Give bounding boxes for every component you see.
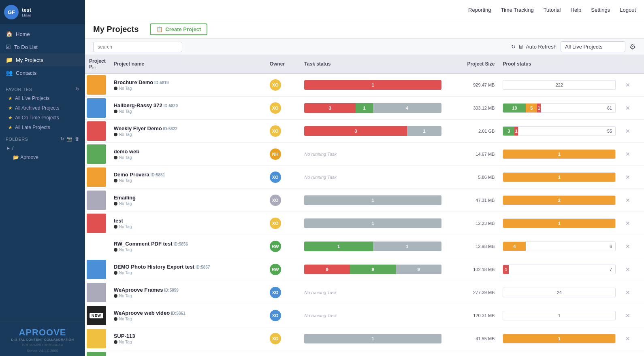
project-thumbnail	[87, 283, 106, 302]
project-tag: No Tag	[119, 155, 132, 160]
project-id: ID:5851	[149, 173, 165, 177]
owner-cell: XO	[266, 212, 301, 235]
sidebar-item-myprojects[interactable]: 📁 My Projects	[0, 53, 85, 66]
tag-dot	[114, 156, 117, 159]
toolbar: ↻ 🖥 Auto Refresh All Live Projects All A…	[85, 39, 644, 55]
project-name[interactable]: Hallberg-Rassy 372 ID:5820	[114, 102, 262, 108]
proof-number: 7	[606, 267, 615, 272]
remove-project-button[interactable]: ✕	[624, 335, 632, 342]
top-nav: Reporting Time Tracking Tutorial Help Se…	[85, 0, 644, 20]
project-name[interactable]: Brochure Demo ID:5819	[114, 79, 262, 85]
sidebar-item-all-on-time[interactable]: ★ All On Time Projects	[0, 113, 85, 123]
proof-segment: 1	[514, 127, 518, 136]
proof-bar: 2	[503, 195, 616, 205]
project-id: ID:5820	[162, 104, 178, 108]
owner-cell: XO	[266, 120, 301, 143]
sidebar-item-contacts[interactable]: 👥 Contacts	[0, 66, 85, 79]
owner-cell: XO	[266, 189, 301, 212]
project-name[interactable]: Emailing	[114, 195, 262, 201]
proof-bar: 1	[503, 311, 616, 320]
col-owner: Owner	[266, 55, 301, 73]
project-name[interactable]: demo web	[114, 148, 262, 155]
task-status-cell: 1	[300, 212, 446, 235]
project-size-cell: 12.23 MB	[446, 212, 499, 235]
table-row: Emailing No TagXO147.31 MB2✕	[85, 189, 644, 212]
project-name[interactable]: RW_Comment PDF test ID:5856	[114, 241, 262, 247]
project-thumb-cell	[85, 97, 110, 120]
proof-bar: 222	[503, 80, 616, 90]
no-task-label: No running Task	[304, 175, 337, 180]
remove-project-button[interactable]: ✕	[624, 220, 632, 227]
task-segment: 3	[304, 103, 356, 113]
nav-help[interactable]: Help	[571, 7, 582, 13]
sidebar-item-home[interactable]: 🏠 Home	[0, 28, 85, 40]
sidebar-item-all-live[interactable]: ★ All Live Projects	[0, 93, 85, 103]
remove-project-button[interactable]: ✕	[624, 312, 632, 319]
task-segment: 1	[304, 195, 441, 205]
project-thumb-cell: NEW	[85, 304, 110, 327]
task-status-cell: No running Task	[300, 166, 446, 189]
search-input[interactable]	[93, 42, 182, 52]
sidebar: GF test User 🏠 Home ☑ To Do List 📁 My Pr…	[0, 0, 85, 356]
proof-bar: 105161	[503, 103, 616, 113]
projects-icon: 📁	[6, 57, 13, 63]
project-name[interactable]: Weekly Flyer Demo ID:5822	[114, 125, 262, 131]
project-name[interactable]: test	[114, 218, 262, 224]
task-segment: 1	[304, 334, 441, 343]
task-status-cell: No running Task	[300, 281, 446, 304]
auto-refresh-button[interactable]: ↻ 🖥 Auto Refresh	[511, 44, 557, 50]
remove-project-button[interactable]: ✕	[624, 105, 632, 111]
project-tag: No Tag	[119, 201, 132, 206]
remove-project-button[interactable]: ✕	[624, 82, 632, 88]
table-settings-button[interactable]: ⚙	[629, 42, 636, 51]
sidebar-folder-aproove[interactable]: 📂 Aproove	[0, 153, 85, 162]
favorites-refresh-icon[interactable]: ↻	[76, 87, 80, 92]
home-icon: 🏠	[6, 31, 13, 37]
nav-reporting[interactable]: Reporting	[468, 7, 491, 13]
nav-time-tracking[interactable]: Time Tracking	[501, 7, 533, 13]
action-cell: ✕	[620, 281, 644, 304]
folders-refresh-icon[interactable]: ↻	[60, 136, 64, 142]
owner-avatar: XO	[270, 287, 281, 298]
nav-settings[interactable]: Settings	[591, 7, 610, 13]
create-project-button[interactable]: 📋 Create Project	[150, 23, 207, 35]
task-status-cell: No running Task	[300, 143, 446, 166]
tag-dot	[114, 317, 117, 321]
project-size-cell: 2.01 GB	[446, 120, 499, 143]
project-name[interactable]: SUP-113	[114, 333, 262, 339]
sidebar-item-myprojects-label: My Projects	[16, 57, 43, 63]
remove-project-button[interactable]: ✕	[624, 151, 632, 157]
project-name[interactable]: Demo Provera ID:5851	[114, 172, 262, 178]
sidebar-item-all-late[interactable]: ★ All Late Projects	[0, 123, 85, 132]
remove-project-button[interactable]: ✕	[624, 243, 632, 250]
remove-project-button[interactable]: ✕	[624, 128, 632, 134]
sidebar-item-todo[interactable]: ☑ To Do List	[0, 40, 85, 53]
sidebar-folder-root[interactable]: ▸ /	[0, 143, 85, 153]
add-folder-icon[interactable]: 📷	[66, 136, 73, 142]
remove-project-button[interactable]: ✕	[624, 266, 632, 273]
owner-cell: RW	[266, 235, 301, 258]
project-name[interactable]: WeAproove Frames ID:5859	[114, 287, 262, 293]
project-tag: No Tag	[119, 132, 132, 137]
remove-project-button[interactable]: ✕	[624, 174, 632, 180]
task-bar: 11	[304, 242, 441, 251]
proof-bar: 46	[503, 242, 616, 251]
proof-status-cell: 46	[499, 235, 620, 258]
project-size-cell: 657.31 MB	[446, 350, 499, 356]
remove-project-button[interactable]: ✕	[624, 197, 632, 203]
tag-dot	[114, 248, 117, 252]
task-bar: 31	[304, 126, 441, 136]
proof-status-cell: 24	[499, 281, 620, 304]
task-segment: 1	[407, 126, 441, 136]
project-name[interactable]: DEMO Photo History Export test ID:5857	[114, 264, 262, 270]
project-id: ID:5856	[173, 242, 188, 246]
remove-project-button[interactable]: ✕	[624, 289, 632, 296]
project-filter-select[interactable]: All Live Projects All Archived Projects …	[561, 41, 625, 52]
sidebar-item-all-archived[interactable]: ★ All Archived Projects	[0, 103, 85, 113]
project-tag: No Tag	[119, 271, 132, 275]
project-name[interactable]: WeAproove web video ID:5861	[114, 310, 262, 316]
owner-cell: XO	[266, 97, 301, 120]
delete-folder-icon[interactable]: 🗑	[75, 136, 80, 142]
nav-tutorial[interactable]: Tutorial	[544, 7, 561, 13]
nav-logout[interactable]: Logout	[620, 7, 636, 13]
